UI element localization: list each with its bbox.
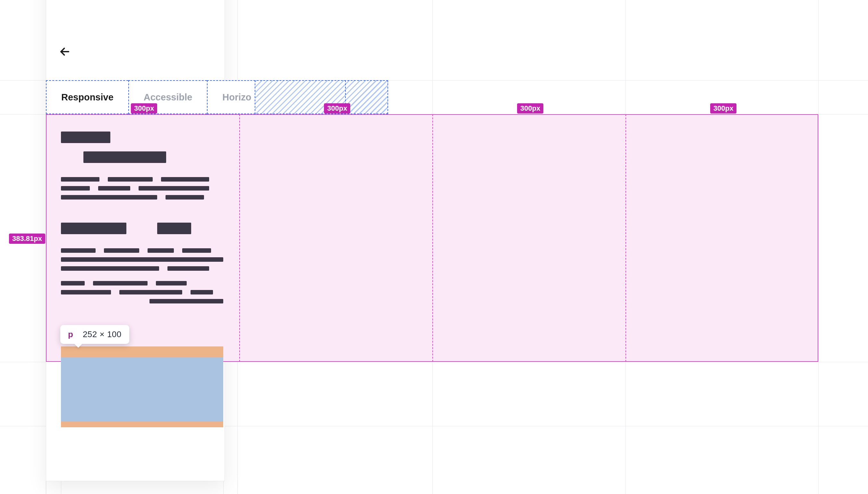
ph-bar [61, 223, 127, 234]
ph-bar [61, 257, 223, 262]
col-divider-0 [239, 114, 240, 362]
ph-bar [168, 266, 209, 271]
ph-bar [61, 195, 157, 200]
tab-label: Responsive [61, 92, 114, 103]
ph-bar [61, 248, 96, 253]
ph-bar [83, 151, 166, 163]
size-badge-col0: 300px [131, 103, 157, 114]
ph-bar [119, 290, 182, 294]
back-arrow-icon[interactable] [59, 46, 71, 57]
ph-bar [61, 281, 85, 285]
col-divider-1 [432, 114, 433, 362]
inspect-tooltip: p 252 × 100 [60, 325, 129, 344]
ph-bar [61, 290, 111, 294]
ph-bar [104, 248, 139, 253]
overflow-hatch [237, 80, 388, 114]
size-badge-height: 383.81px [9, 233, 45, 244]
ph-bar [148, 248, 174, 253]
tab-label: Horizo [222, 92, 251, 103]
tab-horizontal-clipped[interactable]: Horizo [207, 80, 255, 114]
placeholder-content [61, 132, 223, 303]
size-badge-col3: 300px [710, 103, 736, 114]
ph-bar [191, 290, 213, 294]
ph-bar [98, 186, 130, 191]
ph-bar [182, 248, 211, 253]
ph-bar [166, 195, 204, 200]
box-model-margin-top [61, 346, 223, 357]
guide-v-col3-end [818, 0, 818, 494]
inspect-tooltip-arrow [74, 344, 82, 348]
ph-bar [61, 266, 159, 271]
ph-bar [93, 281, 148, 285]
ph-bar [139, 186, 209, 191]
size-badge-col1: 300px [324, 103, 350, 114]
ph-bar [150, 299, 223, 303]
box-model-margin-bottom [61, 421, 223, 427]
ph-bar [156, 281, 187, 285]
ph-bar [157, 223, 191, 234]
tab-label: Accessible [144, 92, 192, 103]
tab-responsive[interactable]: Responsive [46, 80, 128, 114]
device-header [46, 40, 225, 63]
ph-bar [61, 177, 99, 182]
col-divider-2 [625, 114, 626, 362]
tooltip-dims: 252 × 100 [83, 329, 121, 339]
size-badge-col2: 300px [517, 103, 543, 114]
box-model-content [61, 357, 223, 421]
tooltip-tag: p [68, 329, 73, 339]
ph-bar [108, 177, 153, 182]
ph-bar [161, 177, 209, 182]
ph-bar [61, 132, 110, 143]
ph-bar [61, 186, 90, 191]
